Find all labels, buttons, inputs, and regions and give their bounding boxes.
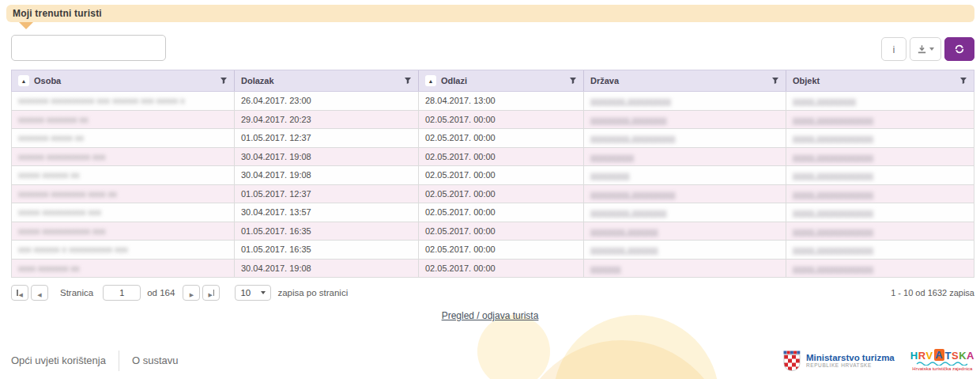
table-row[interactable]: xxxxx xxxxxxxxxx xxx 30.04.2017. 13:57 0… [12, 203, 974, 222]
prev-page-button[interactable] [31, 285, 48, 301]
table-row[interactable]: xxxxxxx xxxxx xx 01.05.2017. 12:37 02.05… [12, 129, 974, 148]
country-redacted: xxxxxxxx xxxxxxx [590, 244, 658, 254]
table-row[interactable]: xxxxxxx xxxxxxxx xxxx xx 01.05.2017. 12:… [12, 185, 974, 204]
departure-datetime: 02.05.2017. 00:00 [418, 148, 583, 166]
footer-divider [119, 351, 119, 371]
tourists-table: Osoba Dolazak Odlazi Država [11, 70, 974, 278]
country-redacted: xxxxxxxxxx [590, 152, 634, 161]
chevron-down-icon [929, 47, 934, 51]
quick-link-wrap: Pregled / odjava turista [0, 308, 980, 322]
last-page-button[interactable] [202, 285, 220, 301]
tourist-name-redacted[interactable]: xxxx xxxxxxx xx [18, 263, 80, 273]
export-button[interactable] [910, 37, 941, 61]
tourist-name-redacted[interactable]: xxxxxxx xxxxx xx [18, 133, 84, 142]
htz-subtitle: Hrvatska turistička zajednica [912, 366, 972, 371]
pages-total-label: od 164 [147, 288, 175, 298]
country-redacted: xxxxxxxx xxxxxxxxxx [590, 96, 671, 105]
page-number-input[interactable] [103, 285, 141, 301]
arrival-datetime: 30.04.2017. 19:08 [234, 260, 418, 278]
ministry-name: Ministarstvo turizma [806, 353, 895, 363]
country-redacted: xxxxxxxxx xxxxxxxx [590, 207, 667, 217]
departure-datetime: 02.05.2017. 00:00 [418, 260, 583, 278]
page-label: Stranica [60, 288, 93, 298]
refresh-button[interactable] [944, 37, 974, 61]
last-page-icon [208, 287, 212, 299]
sort-asc-icon [18, 75, 29, 86]
table-row[interactable]: xxx xxxxxx x xxxxxxxxxx xxx 01.05.2017. … [12, 241, 974, 260]
chevron-down-icon [261, 291, 266, 294]
object-link-redacted[interactable]: xxxxx xxxxxxxxx [793, 96, 856, 105]
object-link-redacted[interactable]: xxxxx xxxxxxxxxxxxx [793, 152, 873, 161]
object-link-redacted[interactable]: xxxxx xxxxxxxxxxxxx [793, 189, 873, 199]
arrival-datetime: 01.05.2017. 16:35 [234, 241, 418, 259]
object-link-redacted[interactable]: xxxxx xxxxxxxxxxxxx [793, 170, 873, 180]
object-link-redacted[interactable]: xxxxx xxxxxxxxxxxxx [793, 133, 873, 142]
table-row[interactable]: xxxxxx xxxxxxx xx 29.04.2017. 20:23 02.0… [12, 111, 974, 130]
departure-datetime: 02.05.2017. 00:00 [418, 203, 583, 222]
tourist-name-redacted[interactable]: xxxxx xxxxxxxxxxx xxx [18, 226, 106, 236]
sort-asc-icon [425, 75, 436, 86]
column-header-drzava[interactable]: Država [583, 70, 786, 91]
table-row[interactable]: xxxxx xxxxxxxxxxx xxx 01.05.2017. 16:35 … [12, 222, 974, 241]
info-icon: i [893, 44, 895, 55]
object-link-redacted[interactable]: xxxxx xxxxxxxxxxxxx [793, 226, 873, 236]
records-range-label: 1 - 10 od 1632 zapisa [891, 288, 974, 298]
tourist-name-redacted[interactable]: xxxxxx xxxxxxxxxx xxx [18, 152, 106, 161]
first-page-button[interactable] [11, 285, 28, 301]
filter-icon[interactable] [220, 77, 228, 85]
departure-datetime: 02.05.2017. 00:00 [418, 129, 583, 147]
croatia-tourist-board-logo: HRVATSKA Hrvatska turistička zajednica [910, 350, 974, 371]
page-size-select[interactable]: 10 [235, 285, 271, 301]
filter-icon[interactable] [959, 77, 967, 85]
departure-datetime: 02.05.2017. 00:00 [418, 111, 583, 129]
filter-icon[interactable] [404, 77, 412, 85]
table-row[interactable]: xxxxxx xxxxxxxxxx xxx 30.04.2017. 19:08 … [12, 148, 974, 167]
about-link[interactable]: O sustavu [132, 354, 179, 366]
tourist-name-redacted[interactable]: xxxxx xxxxxxxxxx xxx [18, 207, 101, 217]
terms-link[interactable]: Opći uvjeti korištenja [11, 354, 106, 366]
country-redacted: xxxxxxxxx [590, 170, 630, 180]
object-link-redacted[interactable]: xxxxx xxxxxxxxxxxxx [793, 207, 873, 217]
tourist-name-redacted[interactable]: xxxxxxx xxxxxxxxxx xxx xxxxxx xxx xxxxx … [18, 96, 185, 105]
country-redacted: xxxxxxxxx xxxxxxxxxx [590, 189, 676, 199]
column-label: Objekt [793, 76, 820, 85]
pregled-odjava-link[interactable]: Pregled / odjava turista [442, 310, 539, 321]
departure-datetime: 02.05.2017. 00:00 [418, 166, 583, 184]
column-label: Država [590, 76, 619, 85]
filter-icon[interactable] [569, 77, 577, 85]
table-header-row: Osoba Dolazak Odlazi Država [11, 70, 974, 92]
table-row[interactable]: xxxx xxxxxxx xx 30.04.2017. 19:08 02.05.… [12, 260, 974, 279]
ministry-subtitle: REPUBLIKE HRVATSKE [806, 362, 895, 368]
departure-datetime: 02.05.2017. 00:00 [418, 222, 583, 241]
column-header-objekt[interactable]: Objekt [786, 70, 974, 91]
croatian-coat-of-arms-icon [783, 351, 801, 371]
first-page-icon [19, 287, 23, 299]
next-page-button[interactable] [183, 285, 200, 301]
search-input[interactable] [11, 35, 166, 61]
table-row[interactable]: xxxxx xxxxxx xx 30.04.2017. 19:08 02.05.… [12, 166, 974, 185]
arrival-datetime: 01.05.2017. 12:37 [234, 185, 418, 203]
object-link-redacted[interactable]: xxxxx xxxxxxxxxxxxx [793, 244, 873, 254]
toolbar: i [881, 37, 974, 61]
filter-icon[interactable] [771, 77, 779, 85]
table-body: xxxxxxx xxxxxxxxxx xxx xxxxxx xxx xxxxx … [11, 92, 974, 278]
column-header-odlazi[interactable]: Odlazi [418, 70, 583, 91]
column-header-osoba[interactable]: Osoba [12, 70, 234, 91]
arrival-datetime: 29.04.2017. 20:23 [234, 111, 418, 129]
arrival-datetime: 30.04.2017. 19:08 [234, 148, 418, 166]
tourist-name-redacted[interactable]: xxxxxx xxxxxxx xx [18, 115, 89, 124]
arrival-datetime: 30.04.2017. 13:57 [234, 203, 418, 222]
column-label: Osoba [34, 76, 61, 85]
tourist-name-redacted[interactable]: xxxxxxx xxxxxxxx xxxx xx [18, 189, 117, 199]
object-link-redacted[interactable]: xxxxx xxxxxxxxxxxxx [793, 263, 873, 273]
wave-icon [916, 362, 968, 366]
pagination-bar: Stranica od 164 10 zapisa po stranici 1 … [11, 285, 974, 301]
tourist-name-redacted[interactable]: xxx xxxxxx x xxxxxxxxxx xxx [18, 244, 128, 254]
info-button[interactable]: i [881, 37, 906, 61]
object-link-redacted[interactable]: xxxxx xxxxxxxxxxxxx [793, 115, 873, 124]
country-redacted: xxxxxxxxx xxxxxxxxxx [590, 133, 676, 142]
column-header-dolazak[interactable]: Dolazak [234, 70, 418, 91]
table-row[interactable]: xxxxxxx xxxxxxxxxx xxx xxxxxx xxx xxxxx … [12, 92, 974, 111]
page-size-value: 10 [240, 288, 251, 298]
tourist-name-redacted[interactable]: xxxxx xxxxxx xx [18, 170, 80, 180]
